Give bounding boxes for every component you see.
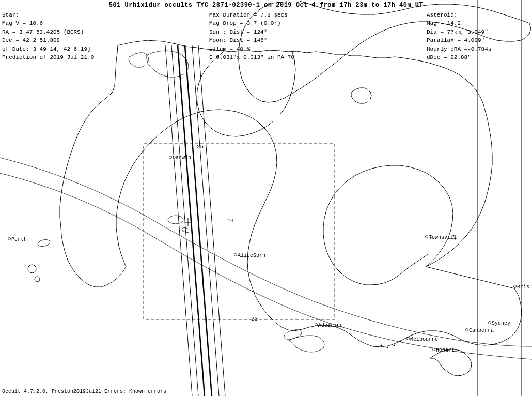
parallax: Parallax = 4.009" <box>427 36 530 45</box>
main-container: 501 Urhixidur occults TYC 2871-02390-1 o… <box>0 0 532 396</box>
sun-dist-val: 124° <box>254 29 267 35</box>
mag-drop-val: 3.7 (0.0r) <box>247 20 281 26</box>
illum-label: illum = <box>209 46 233 52</box>
hourly-dra: Hourly dRA =-0.784s <box>427 45 530 54</box>
event-info: Max Duration = 7.2 secs Mag Drop = 3.7 (… <box>209 11 333 62</box>
mag-v: Mag V = 10.6 <box>2 19 116 28</box>
illum: illum = 40 % <box>209 45 333 54</box>
star-info: Star: Mag V = 10.6 RA = 3 47 53.4205 (BC… <box>2 11 116 62</box>
header: 501 Urhixidur occults TYC 2871-02390-1 o… <box>0 1 532 62</box>
footer: Occult 4.7.2.0, Preston2019Jul21 Errors:… <box>2 389 166 394</box>
e-value: E 0.031"x 0.013" in PA 70 <box>209 53 333 62</box>
moon-dist-label: Moon: Dist = <box>209 37 250 43</box>
asteroid-dia: Dia = 77km, 0.049" <box>427 28 530 37</box>
star-label: Star: <box>2 11 116 20</box>
max-duration-label: Max Duration = <box>209 12 257 18</box>
moon-dist-val: 146° <box>254 37 267 43</box>
max-duration: Max Duration = 7.2 secs <box>209 11 333 20</box>
prediction: Prediction of 2019 Jul 21.0 <box>2 53 116 62</box>
asteroid-info: Asteroid: Mag = 14.2 Dia = 77km, 0.049" … <box>427 11 530 62</box>
of-date: of Date: 3 49 14, 42 6.19] <box>2 45 116 54</box>
max-duration-val: 7.2 secs <box>260 12 288 18</box>
sun-dist-label: Sun : Dist = <box>209 29 250 35</box>
mag-drop-label: Mag Drop = <box>209 20 243 26</box>
moon-dist: Moon: Dist = 146° <box>209 36 333 45</box>
asteroid-label: Asteroid: <box>427 11 530 20</box>
info-columns: Star: Mag V = 10.6 RA = 3 47 53.4205 (BC… <box>2 11 530 62</box>
ra: RA = 3 47 53.4205 (BCRS) <box>2 28 116 37</box>
sun-dist: Sun : Dist = 124° <box>209 28 333 37</box>
asteroid-mag: Mag = 14.2 <box>427 19 530 28</box>
dec: Dec = 42 2 51.808 <box>2 36 116 45</box>
title: 501 Urhixidur occults TYC 2871-02390-1 o… <box>2 1 530 10</box>
illum-val: 40 % <box>237 46 250 52</box>
footer-text: Occult 4.7.2.0, Preston2019Jul21 Errors:… <box>2 389 166 394</box>
ddec: dDec = 22.88" <box>427 53 530 62</box>
mag-drop: Mag Drop = 3.7 (0.0r) <box>209 19 333 28</box>
